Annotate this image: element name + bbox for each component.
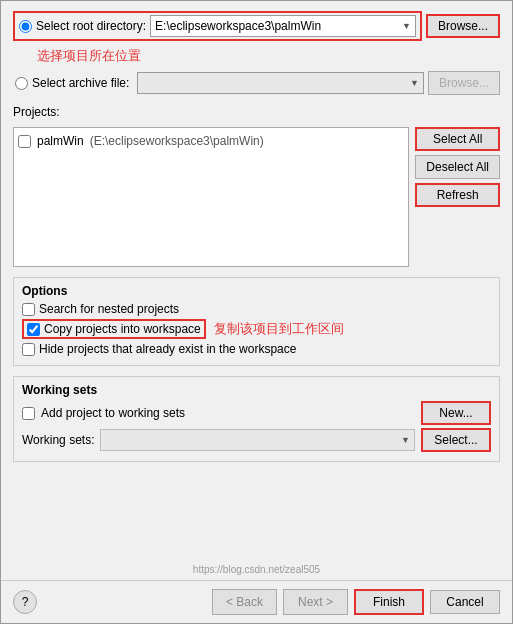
footer: ? < Back Next > Finish Cancel — [1, 580, 512, 623]
archive-row: Select archive file: ▼ Browse... — [13, 71, 500, 95]
archive-combobox[interactable]: ▼ — [137, 72, 424, 94]
add-project-row: Add project to working sets New... — [22, 401, 491, 425]
copy-projects-label: Copy projects into workspace — [44, 322, 201, 336]
root-dir-row: Select root directory: E:\eclipseworkspa… — [13, 11, 500, 41]
projects-panel: palmWin (E:\eclipseworkspace3\palmWin) S… — [13, 127, 500, 267]
hide-existing-checkbox[interactable] — [22, 343, 35, 356]
archive-browse-button[interactable]: Browse... — [428, 71, 500, 95]
copy-projects-row: Copy projects into workspace 复制该项目到工作区间 — [22, 319, 491, 339]
projects-label: Projects: — [13, 105, 500, 119]
project-item: palmWin (E:\eclipseworkspace3\palmWin) — [18, 132, 404, 150]
options-title: Options — [22, 284, 491, 298]
hide-existing-row: Hide projects that already exist in the … — [22, 342, 491, 356]
combobox-arrow-icon: ▼ — [402, 21, 411, 31]
root-dir-combobox[interactable]: E:\eclipseworkspace3\palmWin ▼ — [150, 15, 416, 37]
copy-projects-highlight: Copy projects into workspace — [22, 319, 206, 339]
options-group: Options Search for nested projects Copy … — [13, 277, 500, 366]
project-path: (E:\eclipseworkspace3\palmWin) — [90, 134, 264, 148]
new-button[interactable]: New... — [421, 401, 491, 425]
add-project-checkbox[interactable] — [22, 407, 35, 420]
search-nested-label: Search for nested projects — [39, 302, 179, 316]
working-sets-group: Working sets Add project to working sets… — [13, 376, 500, 462]
working-sets-title: Working sets — [22, 383, 491, 397]
copy-annotation: 复制该项目到工作区间 — [214, 320, 344, 338]
hide-existing-label: Hide projects that already exist in the … — [39, 342, 296, 356]
add-project-label: Add project to working sets — [41, 406, 185, 420]
select-all-button[interactable]: Select All — [415, 127, 500, 151]
project-name: palmWin — [37, 134, 84, 148]
next-button[interactable]: Next > — [283, 589, 348, 615]
finish-button[interactable]: Finish — [354, 589, 424, 615]
root-dir-annotation: 选择项目所在位置 — [37, 47, 141, 65]
help-button[interactable]: ? — [13, 590, 37, 614]
root-dir-label: Select root directory: — [36, 19, 146, 33]
root-dir-value: E:\eclipseworkspace3\palmWin — [155, 19, 402, 33]
search-nested-checkbox[interactable] — [22, 303, 35, 316]
deselect-all-button[interactable]: Deselect All — [415, 155, 500, 179]
archive-label: Select archive file: — [32, 76, 129, 90]
archive-radio[interactable] — [15, 77, 28, 90]
back-button[interactable]: < Back — [212, 589, 277, 615]
import-dialog: Select root directory: E:\eclipseworkspa… — [0, 0, 513, 624]
refresh-button[interactable]: Refresh — [415, 183, 500, 207]
archive-arrow-icon: ▼ — [410, 78, 419, 88]
root-dir-browse-button[interactable]: Browse... — [426, 14, 500, 38]
search-nested-row: Search for nested projects — [22, 302, 491, 316]
copy-projects-checkbox[interactable] — [27, 323, 40, 336]
project-checkbox[interactable] — [18, 135, 31, 148]
working-sets-combo-row: Working sets: ▼ Select... — [22, 428, 491, 452]
footer-url: https://blog.csdn.net/zeal505 — [193, 564, 320, 575]
projects-list: palmWin (E:\eclipseworkspace3\palmWin) — [13, 127, 409, 267]
dialog-content: Select root directory: E:\eclipseworkspa… — [1, 1, 512, 558]
cancel-button[interactable]: Cancel — [430, 590, 500, 614]
root-annotation-row: 选择项目所在位置 — [33, 47, 500, 65]
working-sets-arrow-icon: ▼ — [401, 435, 410, 445]
select-button[interactable]: Select... — [421, 428, 491, 452]
working-sets-combobox[interactable]: ▼ — [100, 429, 415, 451]
root-dir-highlight: Select root directory: E:\eclipseworkspa… — [13, 11, 422, 41]
working-sets-label: Working sets: — [22, 433, 94, 447]
project-buttons: Select All Deselect All Refresh — [415, 127, 500, 267]
root-dir-radio[interactable] — [19, 20, 32, 33]
